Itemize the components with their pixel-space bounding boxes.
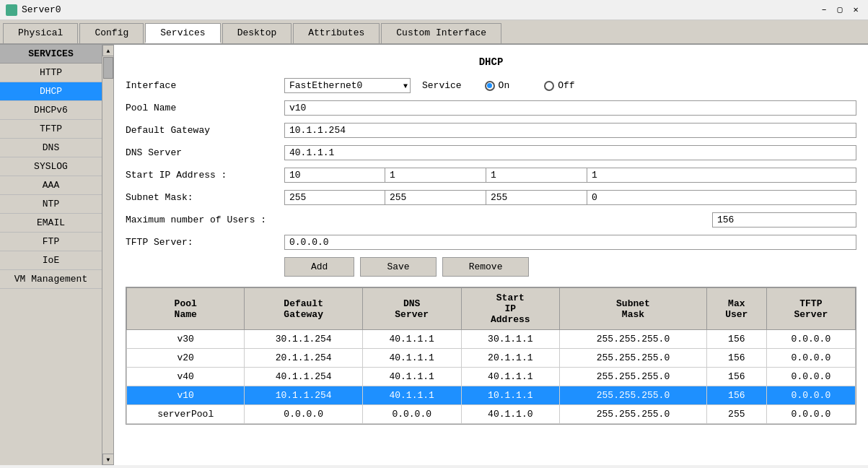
tftp-server-input[interactable] [284, 235, 856, 250]
service-on-text: On [499, 80, 510, 91]
start-ip-inputs [284, 168, 856, 183]
remove-button[interactable]: Remove [442, 257, 530, 277]
cell-start-ip: 20.1.1.1 [461, 349, 560, 368]
table-row[interactable]: v20 20.1.1.254 40.1.1.1 20.1.1.1 255.255… [127, 349, 856, 368]
dns-server-label: DNS Server [126, 147, 284, 158]
table-row[interactable]: serverPool 0.0.0.0 0.0.0.0 40.1.1.0 255.… [127, 405, 856, 424]
cell-gateway: 40.1.1.254 [245, 368, 362, 386]
sidebar-item-aaa[interactable]: AAA [0, 176, 102, 195]
scroll-thumb[interactable] [103, 57, 113, 79]
add-button[interactable]: Add [284, 257, 354, 277]
section-title: DHCP [126, 56, 856, 68]
cell-gateway: 0.0.0.0 [245, 405, 362, 424]
start-ip-row: Start IP Address : [126, 168, 856, 183]
title-bar-controls[interactable]: – ▢ ✕ [817, 4, 862, 17]
sidebar-item-dhcpv6[interactable]: DHCPv6 [0, 101, 102, 120]
cell-gateway: 20.1.1.254 [245, 349, 362, 368]
cell-start-ip: 40.1.1.1 [461, 368, 560, 386]
tab-custom-interface[interactable]: Custom Interface [381, 23, 501, 43]
cell-start-ip: 40.1.1.0 [461, 405, 560, 424]
service-off-radio[interactable] [544, 81, 554, 91]
window-title: Server0 [22, 4, 61, 15]
sidebar-item-ioe[interactable]: IoE [0, 251, 102, 270]
pool-name-input[interactable] [284, 100, 856, 116]
title-bar: Server0 – ▢ ✕ [0, 0, 868, 20]
sidebar-item-ntp[interactable]: NTP [0, 195, 102, 214]
cell-max: 156 [706, 349, 766, 368]
cell-tftp: 0.0.0.0 [766, 368, 855, 386]
tab-services[interactable]: Services [145, 23, 220, 43]
tab-desktop[interactable]: Desktop [222, 23, 292, 43]
minimize-button[interactable]: – [817, 4, 830, 17]
cell-pool: v40 [127, 368, 245, 386]
table-row[interactable]: v30 30.1.1.254 40.1.1.1 30.1.1.1 255.255… [127, 330, 856, 349]
sidebar-item-dns[interactable]: DNS [0, 139, 102, 157]
interface-label: Interface [126, 80, 284, 91]
subnet-seg3[interactable] [486, 190, 587, 205]
cell-subnet: 255.255.255.0 [560, 405, 707, 424]
cell-tftp: 0.0.0.0 [766, 386, 855, 405]
dns-server-input[interactable] [284, 145, 856, 160]
scroll-up-button[interactable]: ▲ [102, 45, 114, 56]
sidebar-scrollbar[interactable]: ▲ ▼ [102, 45, 113, 465]
service-off-text: Off [558, 80, 574, 91]
sidebar-item-dhcp[interactable]: DHCP [0, 82, 102, 101]
default-gateway-label: Default Gateway [126, 125, 284, 136]
interface-select-wrapper[interactable]: FastEthernet0 FastEthernet1 ▼ [284, 78, 411, 93]
service-label: Service [422, 80, 462, 91]
btn-row: Add Save Remove [284, 257, 856, 277]
max-users-input[interactable] [712, 212, 856, 228]
close-button[interactable]: ✕ [849, 4, 862, 17]
app-icon [6, 4, 17, 16]
title-bar-left: Server0 [6, 4, 61, 16]
start-ip-seg1[interactable] [284, 168, 385, 183]
max-users-label: Maximum number of Users : [126, 214, 284, 225]
tftp-server-row: TFTP Server: [126, 235, 856, 250]
cell-start-ip: 30.1.1.1 [461, 330, 560, 349]
cell-pool: v10 [127, 386, 245, 405]
col-dns-server: DNSServer [362, 288, 461, 330]
service-off-label[interactable]: Off [544, 80, 574, 91]
sidebar-item-ftp[interactable]: FTP [0, 233, 102, 251]
sidebar-item-email[interactable]: EMAIL [0, 214, 102, 233]
start-ip-seg3[interactable] [486, 168, 587, 183]
service-group: Service On Off [422, 80, 575, 91]
col-pool-name: PoolName [127, 288, 245, 330]
sidebar-item-http[interactable]: HTTP [0, 64, 102, 82]
subnet-seg2[interactable] [385, 190, 486, 205]
cell-dns: 40.1.1.1 [362, 368, 461, 386]
maximize-button[interactable]: ▢ [833, 4, 846, 17]
dhcp-table: PoolName DefaultGateway DNSServer StartI… [126, 287, 856, 424]
main-container: SERVICES HTTP DHCP DHCPv6 TFTP DNS SYSLO… [0, 45, 868, 465]
tab-physical[interactable]: Physical [3, 23, 78, 43]
col-subnet-mask: SubnetMask [560, 288, 707, 330]
cell-max: 255 [706, 405, 766, 424]
start-ip-seg4[interactable] [587, 168, 856, 183]
cell-gateway: 30.1.1.254 [245, 330, 362, 349]
service-on-label[interactable]: On [485, 80, 510, 91]
cell-max: 156 [706, 368, 766, 386]
subnet-seg4[interactable] [587, 190, 856, 205]
tab-attributes[interactable]: Attributes [293, 23, 380, 43]
subnet-mask-row: Subnet Mask: [126, 190, 856, 205]
tab-config[interactable]: Config [79, 23, 144, 43]
service-on-radio[interactable] [485, 81, 495, 91]
cell-tftp: 0.0.0.0 [766, 330, 855, 349]
sidebar-item-syslog[interactable]: SYSLOG [0, 157, 102, 176]
max-users-row: Maximum number of Users : [126, 212, 856, 228]
table-row[interactable]: v40 40.1.1.254 40.1.1.1 40.1.1.1 255.255… [127, 368, 856, 386]
subnet-seg1[interactable] [284, 190, 385, 205]
start-ip-seg2[interactable] [385, 168, 486, 183]
sidebar-item-tftp[interactable]: TFTP [0, 120, 102, 139]
interface-select[interactable]: FastEthernet0 FastEthernet1 [284, 78, 411, 93]
cell-subnet: 255.255.255.0 [560, 330, 707, 349]
cell-pool: serverPool [127, 405, 245, 424]
default-gateway-input[interactable] [284, 123, 856, 138]
save-button[interactable]: Save [360, 257, 436, 277]
cell-start-ip: 10.1.1.1 [461, 386, 560, 405]
table-row[interactable]: v10 10.1.1.254 40.1.1.1 10.1.1.1 255.255… [127, 386, 856, 405]
scroll-down-button[interactable]: ▼ [102, 454, 114, 465]
sidebar-item-vm-management[interactable]: VM Management [0, 270, 102, 289]
cell-dns: 0.0.0.0 [362, 405, 461, 424]
cell-dns: 40.1.1.1 [362, 386, 461, 405]
